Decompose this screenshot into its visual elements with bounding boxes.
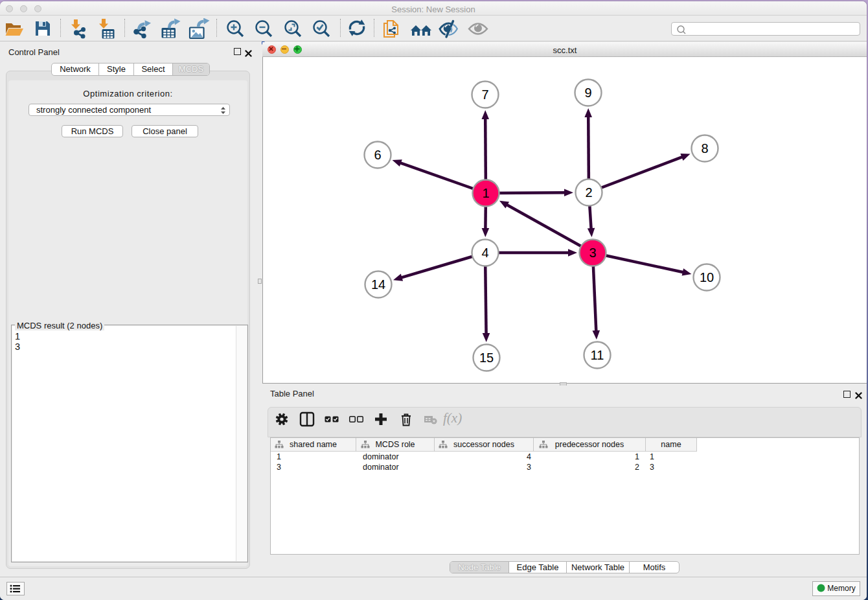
- svg-text:14: 14: [371, 277, 385, 292]
- svg-text:15: 15: [479, 351, 494, 365]
- svg-text:4: 4: [481, 246, 488, 260]
- svg-text:11: 11: [591, 348, 604, 362]
- svg-text:8: 8: [701, 141, 708, 156]
- svg-text:1: 1: [482, 186, 489, 200]
- svg-text:6: 6: [374, 148, 381, 162]
- svg-text:10: 10: [700, 270, 714, 284]
- svg-text:3: 3: [589, 246, 596, 260]
- svg-text:7: 7: [481, 87, 488, 102]
- svg-text:9: 9: [584, 86, 591, 100]
- svg-text:2: 2: [585, 185, 592, 200]
